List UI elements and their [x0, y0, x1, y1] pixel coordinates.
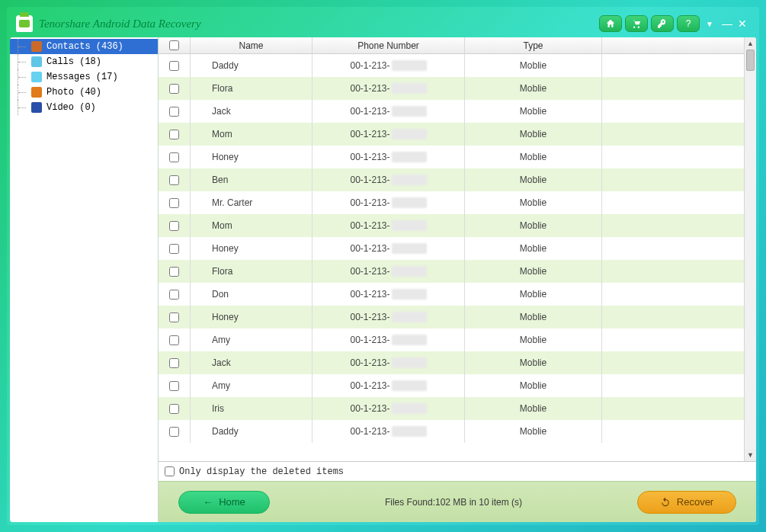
table-row[interactable]: Don00-1-213-Moblie — [159, 283, 756, 306]
key-icon-button[interactable] — [651, 15, 674, 32]
deleted-only-label: Only display the deleted items — [179, 466, 344, 477]
row-checkbox[interactable] — [169, 427, 179, 437]
cell-phone: 00-1-213- — [312, 237, 465, 260]
table-row[interactable]: Jack00-1-213-Moblie — [159, 351, 756, 374]
sidebar-item-photo[interactable]: Photo (40) — [10, 85, 158, 100]
table-row[interactable]: Ben00-1-213-Moblie — [159, 168, 756, 191]
select-all-checkbox[interactable] — [169, 40, 179, 50]
row-checkbox[interactable] — [169, 221, 179, 231]
cell-name: Honey — [191, 146, 312, 168]
row-checkbox[interactable] — [169, 130, 179, 139]
table-row[interactable]: Amy00-1-213-Moblie — [159, 374, 756, 397]
deleted-only-checkbox[interactable] — [165, 466, 175, 476]
row-checkbox[interactable] — [169, 267, 179, 277]
table-row[interactable]: Flora00-1-213-Moblie — [159, 77, 756, 100]
redacted-phone — [392, 83, 427, 94]
row-checkbox[interactable] — [169, 175, 179, 185]
cell-name: Jack — [191, 351, 312, 374]
chevron-down-icon[interactable]: ▼ — [706, 20, 713, 28]
row-checkbox[interactable] — [169, 107, 179, 117]
redacted-phone — [392, 403, 427, 414]
redacted-phone — [392, 289, 427, 300]
cell-name: Flora — [191, 77, 312, 100]
cell-phone: 00-1-213- — [312, 374, 465, 397]
vertical-scrollbar[interactable]: ▲ ▼ — [744, 37, 756, 461]
cell-phone: 00-1-213- — [312, 306, 465, 328]
row-checkbox-cell — [159, 374, 191, 397]
scroll-thumb[interactable] — [746, 50, 755, 71]
row-checkbox[interactable] — [169, 358, 179, 368]
table-row[interactable]: Honey00-1-213-Moblie — [159, 306, 756, 328]
row-checkbox[interactable] — [169, 335, 179, 345]
row-checkbox[interactable] — [169, 198, 179, 208]
home-icon-button[interactable] — [599, 15, 622, 32]
row-checkbox-cell — [159, 214, 191, 237]
cell-phone: 00-1-213- — [312, 397, 465, 420]
sidebar-item-calls[interactable]: Calls (18) — [10, 54, 158, 69]
sidebar-item-video[interactable]: Video (0) — [10, 100, 158, 115]
redacted-phone — [392, 106, 427, 117]
row-checkbox[interactable] — [169, 312, 179, 322]
row-checkbox[interactable] — [169, 244, 179, 254]
minimize-button[interactable]: — — [720, 18, 735, 30]
cell-name: Amy — [191, 374, 312, 397]
table-row[interactable]: Flora00-1-213-Moblie — [159, 260, 756, 283]
row-checkbox-cell — [159, 237, 191, 260]
table-row[interactable]: Iris00-1-213-Moblie — [159, 397, 756, 420]
cell-phone: 00-1-213- — [312, 283, 465, 306]
header-name[interactable]: Name — [191, 37, 312, 53]
row-checkbox[interactable] — [169, 290, 179, 300]
table-row[interactable]: Honey00-1-213-Moblie — [159, 237, 756, 260]
header-checkbox-cell — [159, 37, 191, 53]
redacted-phone — [392, 380, 427, 391]
sidebar: Contacts (436)Calls (18)Messages (17)Pho… — [10, 37, 159, 522]
help-icon-button[interactable]: ? — [677, 15, 700, 32]
table-row[interactable]: Mom00-1-213-Moblie — [159, 123, 756, 146]
row-checkbox-cell — [159, 306, 191, 328]
main-panel: Name Phone Number Type Daddy00-1-213-Mob… — [159, 37, 756, 522]
app-title: Tenorshare Android Data Recovery — [39, 18, 201, 30]
close-button[interactable]: ✕ — [735, 18, 750, 30]
sidebar-item-messages[interactable]: Messages (17) — [10, 69, 158, 85]
header-phone[interactable]: Phone Number — [312, 37, 465, 53]
recover-button[interactable]: Recover — [637, 491, 736, 514]
table-row[interactable]: Amy00-1-213-Moblie — [159, 328, 756, 351]
row-checkbox-cell — [159, 283, 191, 306]
cell-type: Moblie — [465, 214, 602, 237]
row-checkbox[interactable] — [169, 84, 179, 94]
row-checkbox-cell — [159, 351, 191, 374]
row-checkbox-cell — [159, 397, 191, 420]
header-type[interactable]: Type — [465, 37, 602, 53]
row-checkbox[interactable] — [169, 404, 179, 414]
row-checkbox-cell — [159, 100, 191, 123]
cell-name: Jack — [191, 100, 312, 123]
row-checkbox-cell — [159, 54, 191, 77]
redacted-phone — [392, 426, 427, 437]
cart-icon-button[interactable] — [625, 15, 648, 32]
redacted-phone — [392, 197, 427, 208]
table-row[interactable]: Daddy00-1-213-Moblie — [159, 420, 756, 443]
titlebar: Tenorshare Android Data Recovery ? ▼ — ✕ — [10, 10, 756, 37]
table-row[interactable]: Jack00-1-213-Moblie — [159, 100, 756, 123]
row-checkbox[interactable] — [169, 61, 179, 71]
table-row[interactable]: Mr. Carter00-1-213-Moblie — [159, 191, 756, 214]
recover-button-label: Recover — [677, 496, 713, 508]
cell-name: Ben — [191, 168, 312, 191]
home-button-label: Home — [219, 496, 245, 508]
scroll-up-icon[interactable]: ▲ — [745, 37, 756, 50]
sidebar-item-label: Messages (17) — [46, 72, 118, 82]
table-row[interactable]: Mom00-1-213-Moblie — [159, 214, 756, 237]
cell-type: Moblie — [465, 420, 602, 443]
row-checkbox[interactable] — [169, 152, 179, 162]
sidebar-item-contacts[interactable]: Contacts (436) — [10, 39, 158, 54]
row-checkbox[interactable] — [169, 381, 179, 391]
cell-type: Moblie — [465, 397, 602, 420]
scroll-down-icon[interactable]: ▼ — [745, 449, 756, 461]
cell-name: Amy — [191, 328, 312, 351]
table-row[interactable]: Honey00-1-213-Moblie — [159, 146, 756, 168]
cell-phone: 00-1-213- — [312, 420, 465, 443]
table-row[interactable]: Daddy00-1-213-Moblie — [159, 54, 756, 77]
row-checkbox-cell — [159, 328, 191, 351]
cell-name: Iris — [191, 397, 312, 420]
home-button[interactable]: ← Home — [178, 491, 270, 514]
